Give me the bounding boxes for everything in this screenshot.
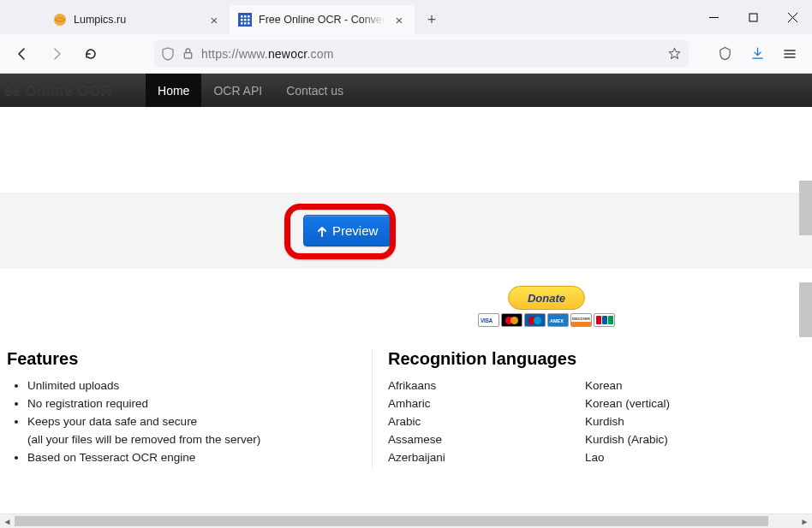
svg-rect-11 [749,14,757,21]
lang-item: Azerbaijani [388,449,585,467]
preview-button[interactable]: Preview [303,215,391,246]
window-controls [694,0,812,34]
recognition-heading: Recognition languages [388,349,795,369]
browser-tab-active[interactable]: Free Online OCR - Convert JPEG × [230,5,415,34]
maestro-icon [524,313,546,327]
lang-item: Korean [585,377,795,395]
feature-item-sub: (all your files will be removed from the… [27,431,363,449]
lang-item: Kurdish [585,413,795,431]
upload-panel: Preview [0,193,812,269]
svg-rect-8 [241,22,243,25]
scrollbar-thumb[interactable] [799,282,812,337]
svg-rect-4 [248,15,250,18]
feature-item: Based on Tesseract OCR engine [27,449,363,467]
feature-item: Keeps your data safe and secure [27,413,363,431]
lang-item: Amharic [388,395,585,413]
browser-toolbar: https://www.newocr.com [0,34,812,74]
recognition-section: Recognition languages AfrikaansKorean Am… [372,349,795,467]
page-viewport: ee Online OCR Home OCR API Contact us Pr… [0,74,812,528]
browser-tab-inactive[interactable]: Lumpics.ru × [45,5,230,34]
horizontal-scrollbar[interactable]: ◄ ► [0,513,812,528]
svg-rect-9 [244,22,247,25]
upload-arrow-icon [317,225,327,237]
forward-button[interactable] [43,40,70,68]
reload-button[interactable] [77,40,104,68]
features-section: Features Unlimited uploads No registrati… [7,349,363,467]
close-window-button[interactable] [773,0,812,34]
nav-ocr-api[interactable]: OCR API [201,74,274,107]
unionpay-icon [594,313,615,327]
browser-tab-bar: Lumpics.ru × Free Online OCR - Convert J… [0,0,812,34]
svg-rect-6 [244,19,247,21]
back-button[interactable] [9,40,36,68]
discover-icon [570,313,592,327]
url-text: https://www.newocr.com [201,47,660,61]
lang-item: Arabic [388,413,585,431]
visa-card-icon [478,313,499,327]
scrollbar-thumb[interactable] [799,181,812,235]
feature-item: No registration required [27,395,363,413]
lang-item: Assamese [388,431,585,449]
svg-rect-7 [248,19,250,21]
amex-icon [547,313,569,327]
preview-label: Preview [332,223,378,238]
star-icon[interactable] [667,46,682,61]
svg-rect-2 [241,15,243,18]
svg-rect-3 [244,15,247,18]
menu-icon[interactable] [776,40,803,68]
tab-title: Free Online OCR - Convert JPEG [259,14,385,26]
lang-item: Kurdish (Arabic) [585,431,795,449]
nav-home[interactable]: Home [146,74,201,107]
lang-item: Afrikaans [388,377,585,395]
favicon-newocr [238,13,252,27]
lang-item: Lao [585,449,795,467]
close-tab-icon[interactable]: × [207,13,221,27]
features-heading: Features [7,349,363,369]
lang-item: Korean (vertical) [585,395,795,413]
svg-rect-10 [248,22,250,25]
shield-icon [161,47,175,61]
svg-rect-5 [241,19,243,21]
nav-contact[interactable]: Contact us [274,74,355,107]
feature-item: Unlimited uploads [27,377,363,395]
svg-point-0 [54,14,66,26]
scroll-right-icon[interactable]: ► [797,514,812,529]
site-title: ee Online OCR [3,81,111,99]
lock-icon [182,47,194,60]
pocket-icon[interactable] [711,40,738,68]
address-bar[interactable]: https://www.newocr.com [154,40,689,68]
site-header: ee Online OCR Home OCR API Contact us [0,74,812,107]
donate-section: Donate [0,286,812,327]
minimize-button[interactable] [694,0,733,34]
donate-button[interactable]: Donate [508,286,585,310]
svg-rect-12 [184,53,191,59]
maximize-button[interactable] [733,0,773,34]
scroll-left-icon[interactable]: ◄ [0,514,15,529]
scrollbar-thumb[interactable] [15,516,768,526]
download-icon[interactable] [743,40,771,68]
mastercard-icon [501,313,522,327]
close-tab-icon[interactable]: × [392,13,406,27]
new-tab-button[interactable]: + [420,8,444,32]
site-nav: Home OCR API Contact us [146,74,355,107]
tab-title: Lumpics.ru [74,14,200,26]
favicon-lumpics [53,13,67,27]
payment-cards [478,313,615,327]
